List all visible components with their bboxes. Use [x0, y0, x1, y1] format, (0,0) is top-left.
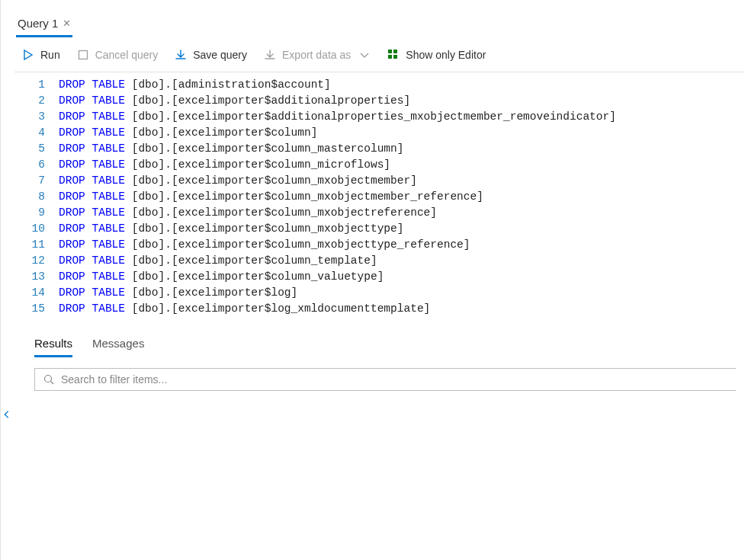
- line-number: 13: [14, 269, 45, 285]
- results-pane: Results Messages: [1, 320, 748, 391]
- download-icon: [264, 49, 276, 61]
- download-icon: [175, 49, 187, 61]
- collapse-results-handle[interactable]: [1, 404, 13, 425]
- code-line[interactable]: DROP TABLE [dbo].[excelimporter$column_m…: [59, 173, 616, 189]
- line-number: 11: [14, 237, 45, 253]
- code-line[interactable]: DROP TABLE [dbo].[excelimporter$column_m…: [59, 205, 616, 221]
- search-icon: [43, 373, 55, 386]
- code-line[interactable]: DROP TABLE [dbo].[excelimporter$column_t…: [59, 253, 616, 269]
- code-line[interactable]: DROP TABLE [dbo].[excelimporter$column_m…: [59, 221, 616, 237]
- code-line[interactable]: DROP TABLE [dbo].[excelimporter$log_xmld…: [59, 301, 616, 317]
- svg-rect-4: [393, 55, 397, 59]
- line-number: 6: [14, 157, 45, 173]
- line-number: 3: [14, 109, 45, 125]
- line-number: 10: [14, 221, 45, 237]
- code-line[interactable]: DROP TABLE [dbo].[excelimporter$column]: [59, 125, 616, 141]
- svg-line-6: [51, 382, 54, 385]
- line-number: 14: [14, 285, 45, 301]
- tab-messages[interactable]: Messages: [92, 334, 144, 357]
- svg-point-5: [45, 376, 52, 382]
- code-area[interactable]: DROP TABLE [dbo].[administration$account…: [59, 72, 616, 320]
- save-label: Save query: [193, 49, 247, 61]
- line-number: 8: [14, 189, 45, 205]
- save-query-button[interactable]: Save query: [175, 49, 247, 61]
- tab-results[interactable]: Results: [34, 334, 72, 357]
- code-line[interactable]: DROP TABLE [dbo].[excelimporter$column_m…: [59, 189, 616, 205]
- line-number: 9: [14, 205, 45, 221]
- show-only-editor-button[interactable]: Show only Editor: [387, 49, 486, 61]
- svg-rect-1: [388, 50, 392, 53]
- code-line[interactable]: DROP TABLE [dbo].[excelimporter$column_m…: [59, 141, 616, 157]
- results-search[interactable]: [34, 368, 736, 391]
- code-line[interactable]: DROP TABLE [dbo].[excelimporter$column_m…: [59, 157, 616, 173]
- sql-editor[interactable]: 123456789101112131415 DROP TABLE [dbo].[…: [14, 72, 745, 320]
- results-search-input[interactable]: [61, 373, 728, 386]
- stop-icon: [77, 49, 89, 61]
- tab-label: Query 1: [18, 17, 58, 30]
- tab-query-1[interactable]: Query 1 ✕: [16, 12, 72, 37]
- line-number: 2: [14, 93, 45, 109]
- code-line[interactable]: DROP TABLE [dbo].[excelimporter$column_m…: [59, 237, 616, 253]
- query-tabstrip: Query 1 ✕: [1, 0, 748, 38]
- show-editor-label: Show only Editor: [406, 49, 486, 61]
- code-line[interactable]: DROP TABLE [dbo].[administration$account…: [59, 77, 616, 93]
- svg-rect-0: [79, 51, 87, 59]
- line-number: 12: [14, 253, 45, 269]
- run-button[interactable]: Run: [22, 49, 60, 61]
- run-label: Run: [40, 49, 60, 61]
- results-tabstrip: Results Messages: [34, 334, 736, 357]
- code-line[interactable]: DROP TABLE [dbo].[excelimporter$addition…: [59, 93, 616, 109]
- line-number: 4: [14, 125, 45, 141]
- line-number-gutter: 123456789101112131415: [14, 72, 59, 320]
- svg-rect-3: [388, 55, 392, 59]
- query-toolbar: Run Cancel query Save query Export data …: [1, 38, 748, 72]
- line-number: 1: [14, 77, 45, 93]
- line-number: 7: [14, 173, 45, 189]
- cancel-query-button: Cancel query: [77, 49, 159, 61]
- grid-icon: [387, 49, 400, 61]
- code-line[interactable]: DROP TABLE [dbo].[excelimporter$addition…: [59, 109, 616, 125]
- chevron-down-icon: [358, 49, 371, 61]
- cancel-label: Cancel query: [95, 49, 159, 61]
- line-number: 15: [14, 301, 45, 317]
- line-number: 5: [14, 141, 45, 157]
- export-label: Export data as: [282, 49, 351, 61]
- code-line[interactable]: DROP TABLE [dbo].[excelimporter$log]: [59, 285, 616, 301]
- svg-rect-2: [393, 50, 397, 53]
- export-data-button: Export data as: [264, 49, 371, 61]
- close-icon[interactable]: ✕: [63, 18, 71, 29]
- code-line[interactable]: DROP TABLE [dbo].[excelimporter$column_v…: [59, 269, 616, 285]
- play-icon: [22, 49, 34, 61]
